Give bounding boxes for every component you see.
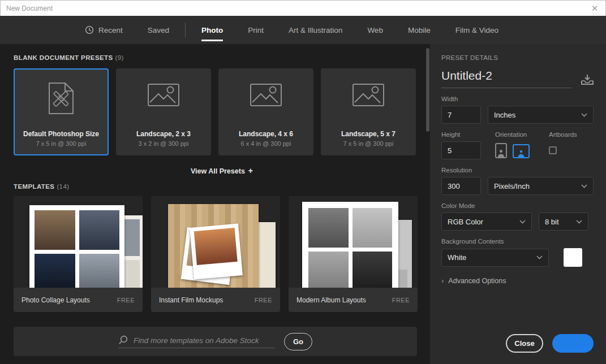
preset-title: Landscape, 5 x 7 — [341, 130, 396, 138]
template-card-instant-film[interactable]: Instant Film Mockups FREE — [151, 196, 280, 312]
resolution-input[interactable] — [441, 177, 481, 195]
preset-title: Landscape, 4 x 6 — [239, 130, 293, 138]
preset-subtitle: 7 x 5 in @ 300 ppi — [343, 140, 394, 147]
height-input[interactable] — [441, 141, 481, 159]
close-button[interactable]: Close — [506, 334, 543, 353]
templates-count: (14) — [57, 183, 69, 190]
preset-subtitle: 6 x 4 in @ 300 ppi — [241, 140, 291, 147]
tab-label: Mobile — [408, 26, 431, 34]
tab-web[interactable]: Web — [355, 16, 396, 44]
tab-label: Print — [248, 26, 264, 34]
preset-card-landscape-5x7[interactable]: Landscape, 5 x 7 7 x 5 in @ 300 ppi — [321, 68, 416, 155]
create-button[interactable] — [552, 334, 594, 353]
clock-icon — [85, 25, 94, 34]
tab-label: Art & Illustration — [289, 26, 342, 34]
film-front-sheet — [168, 204, 259, 288]
color-mode-value: RGB Color — [448, 218, 483, 226]
orientation-portrait-button[interactable] — [495, 143, 507, 158]
collage-front-sheet — [29, 205, 124, 288]
chevron-down-icon — [581, 113, 587, 117]
background-contents-value: White — [448, 253, 466, 262]
document-preset-icon — [15, 82, 108, 115]
artboards-label: Artboards — [549, 131, 577, 138]
close-icon[interactable]: ✕ — [587, 1, 602, 16]
preset-card-landscape-2x3[interactable]: Landscape, 2 x 3 3 x 2 in @ 300 ppi — [116, 68, 211, 155]
free-badge: FREE — [117, 297, 135, 304]
left-panel-scrollbar[interactable] — [426, 48, 429, 132]
preset-subtitle: 3 x 2 in @ 300 ppi — [139, 140, 189, 147]
preset-card-default-photoshop-size[interactable]: Default Photoshop Size 7 x 5 in @ 300 pp… — [14, 68, 109, 155]
tab-art-illustration[interactable]: Art & Illustration — [276, 16, 355, 44]
tab-label: Saved — [148, 26, 169, 34]
template-title: Instant Film Mockups — [159, 296, 223, 304]
preset-subtitle: 7 x 5 in @ 300 ppi — [36, 140, 87, 147]
search-icon — [118, 335, 128, 345]
image-icon — [117, 82, 210, 108]
tab-mobile[interactable]: Mobile — [396, 16, 443, 44]
background-contents-dropdown[interactable]: White — [441, 249, 549, 267]
adobe-stock-search-bar: Go — [14, 327, 417, 356]
template-thumbnail — [151, 196, 280, 288]
resolution-label: Resolution — [441, 167, 594, 174]
preset-title: Landscape, 2 x 3 — [136, 130, 191, 138]
width-unit-dropdown[interactable]: Inches — [488, 106, 594, 124]
search-input[interactable] — [134, 336, 275, 345]
title-bar: New Document ✕ — [0, 0, 606, 16]
presets-section-header: BLANK DOCUMENT PRESETS(9) — [14, 54, 430, 61]
height-label: Height — [441, 131, 495, 138]
orientation-landscape-button[interactable] — [513, 144, 530, 158]
image-icon — [220, 82, 312, 108]
orientation-label: Orientation — [495, 131, 549, 138]
chevron-down-icon — [519, 220, 526, 224]
template-thumbnail — [289, 196, 418, 288]
width-unit-value: Inches — [494, 111, 515, 119]
template-caption: Photo Collage Layouts FREE — [14, 288, 143, 312]
new-document-dialog: New Document ✕ Recent Saved Photo Print … — [0, 0, 606, 364]
tab-film-video[interactable]: Film & Video — [443, 16, 511, 44]
template-caption: Instant Film Mockups FREE — [151, 288, 280, 312]
tab-saved[interactable]: Saved — [135, 16, 182, 44]
tab-label: Film & Video — [455, 26, 498, 34]
tab-label: Recent — [98, 26, 123, 34]
preset-card-row: Default Photoshop Size 7 x 5 in @ 300 pp… — [14, 68, 430, 155]
advanced-options-label: Advanced Options — [448, 277, 506, 285]
color-mode-dropdown[interactable]: RGB Color — [441, 213, 532, 231]
view-all-presets-link[interactable]: View All Presets+ — [14, 166, 430, 175]
image-icon — [322, 82, 415, 108]
template-title: Photo Collage Layouts — [22, 296, 90, 304]
free-badge: FREE — [392, 297, 410, 304]
artboards-checkbox[interactable] — [549, 146, 557, 154]
template-card-row: Photo Collage Layouts FREE — [14, 196, 430, 312]
album-front-sheet — [302, 202, 398, 288]
color-mode-label: Color Mode — [441, 202, 594, 209]
presets-count: (9) — [115, 54, 124, 61]
advanced-options-toggle[interactable]: › Advanced Options — [441, 276, 594, 285]
search-field-wrap — [118, 335, 275, 348]
plus-icon: + — [248, 166, 253, 175]
browse-panel: BLANK DOCUMENT PRESETS(9) — [0, 44, 430, 364]
tab-label: Web — [367, 26, 383, 34]
template-card-modern-album[interactable]: Modern Album Layouts FREE — [289, 196, 418, 312]
bit-depth-dropdown[interactable]: 8 bit — [539, 213, 588, 231]
tab-photo[interactable]: Photo — [189, 16, 235, 44]
chevron-down-icon — [581, 184, 587, 188]
bit-depth-value: 8 bit — [545, 218, 559, 226]
template-thumbnail — [14, 196, 143, 288]
save-preset-icon[interactable] — [581, 74, 594, 88]
tab-recent[interactable]: Recent — [72, 16, 135, 44]
background-color-swatch[interactable] — [564, 248, 582, 267]
tab-divider — [185, 23, 186, 37]
dialog-title: New Document — [1, 5, 53, 12]
go-button[interactable]: Go — [284, 333, 312, 350]
width-input[interactable] — [441, 106, 481, 124]
preset-details-panel: PRESET DETAILS Untitled-2 Width Inches — [430, 44, 606, 364]
resolution-unit-dropdown[interactable]: Pixels/Inch — [488, 177, 594, 195]
template-title: Modern Album Layouts — [296, 296, 366, 304]
preset-card-landscape-4x6[interactable]: Landscape, 4 x 6 6 x 4 in @ 300 ppi — [218, 68, 313, 155]
tab-print[interactable]: Print — [235, 16, 276, 44]
free-badge: FREE — [255, 297, 272, 304]
template-card-photo-collage[interactable]: Photo Collage Layouts FREE — [14, 196, 143, 312]
document-name-field[interactable]: Untitled-2 — [441, 69, 572, 88]
background-contents-label: Background Contents — [441, 238, 594, 245]
templates-section-header: TEMPLATES(14) — [14, 183, 430, 190]
